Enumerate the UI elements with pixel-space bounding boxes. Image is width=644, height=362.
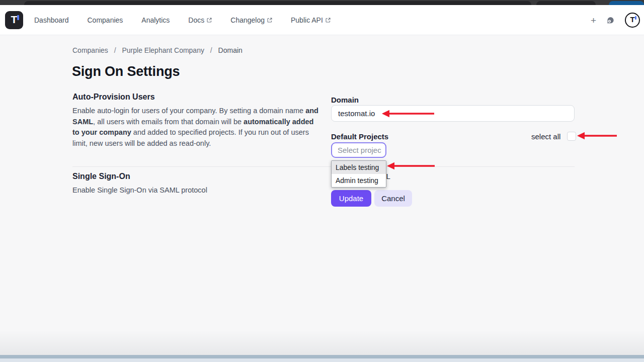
browser-tab[interactable] — [536, 1, 596, 5]
window-bottom-edge-light — [0, 358, 644, 362]
avatar-letter: T — [626, 15, 639, 24]
nav-item-analytics[interactable]: Analytics — [141, 16, 170, 24]
nav-item-changelog[interactable]: Changelog — [230, 16, 272, 24]
external-link-icon — [326, 16, 331, 24]
nav-item-companies[interactable]: Companies — [88, 16, 123, 24]
breadcrumb-company-name[interactable]: Purple Elephant Company — [122, 46, 204, 54]
annotation-arrow-select-all — [577, 130, 619, 143]
avatar-tick-icon — [635, 16, 636, 20]
browser-tab[interactable] — [24, 1, 531, 5]
default-projects-label: Default Projects — [331, 132, 388, 141]
navbar-actions: + T — [591, 5, 640, 35]
breadcrumb-domain: Domain — [218, 46, 243, 54]
app-window: T Dashboard Companies Analytics Docs Cha… — [0, 0, 644, 362]
add-button[interactable]: + — [591, 16, 596, 25]
nav-item-docs[interactable]: Docs — [188, 16, 212, 24]
browser-tab-active[interactable] — [609, 1, 644, 5]
nav-links: Dashboard Companies Analytics Docs Chang… — [34, 5, 331, 35]
window-bottom-fade — [0, 330, 644, 355]
nav-item-dashboard[interactable]: Dashboard — [34, 16, 69, 24]
logo-letter: T — [5, 14, 23, 26]
support-icon[interactable] — [606, 16, 615, 25]
breadcrumb-separator: / — [210, 46, 212, 54]
sso-heading: Single Sign-On — [72, 172, 130, 181]
project-dropdown: Labels testing Admin testing — [331, 160, 386, 188]
app-logo[interactable]: T — [5, 11, 23, 29]
auto-provision-heading: Auto-Provision Users — [72, 93, 155, 102]
auto-provision-description: Enable auto-login for users of your comp… — [72, 106, 321, 149]
user-avatar[interactable]: T — [625, 13, 640, 28]
breadcrumb-separator: / — [114, 46, 116, 54]
nav-item-public-api[interactable]: Public API — [291, 16, 331, 24]
top-navbar: T Dashboard Companies Analytics Docs Cha… — [0, 5, 644, 35]
section-divider — [72, 166, 575, 167]
sso-description: Enable Single Sign-On via SAML protocol — [72, 186, 207, 194]
external-link-icon — [207, 16, 212, 24]
breadcrumb-companies[interactable]: Companies — [72, 46, 108, 54]
annotation-arrow-dropdown-option — [386, 160, 437, 173]
dropdown-option-labels-testing[interactable]: Labels testing — [332, 161, 386, 174]
cancel-button[interactable]: Cancel — [374, 190, 412, 207]
select-all-label: select all — [531, 132, 560, 141]
domain-input[interactable] — [331, 105, 575, 122]
domain-label: Domain — [331, 96, 359, 104]
dropdown-option-admin-testing[interactable]: Admin testing — [332, 174, 386, 187]
logo-tick-icon — [17, 15, 19, 20]
page-title: Sign On Settings — [72, 64, 180, 79]
project-select-input[interactable]: Select projec — [331, 142, 386, 158]
breadcrumb: Companies / Purple Elephant Company / Do… — [72, 46, 243, 54]
window-bottom-edge — [0, 355, 644, 358]
update-button[interactable]: Update — [331, 190, 371, 207]
external-link-icon — [267, 16, 272, 24]
browser-tab-strip — [0, 0, 644, 5]
select-all-checkbox[interactable] — [567, 132, 576, 141]
